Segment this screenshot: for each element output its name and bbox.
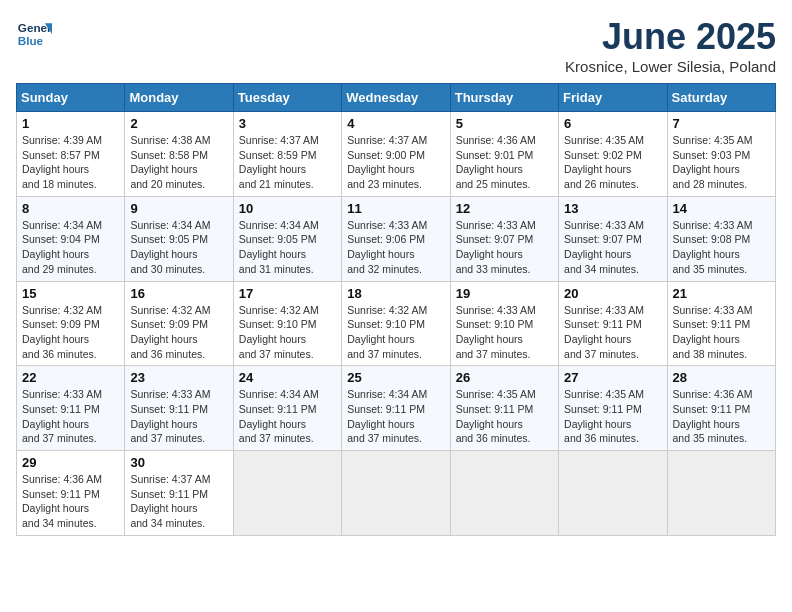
page-header: General Blue June 2025 Krosnice, Lower S… (16, 16, 776, 75)
location-title: Krosnice, Lower Silesia, Poland (565, 58, 776, 75)
day-number: 5 (456, 116, 553, 131)
calendar-cell: 21 Sunrise: 4:33 AM Sunset: 9:11 PM Dayl… (667, 281, 775, 366)
day-number: 14 (673, 201, 770, 216)
day-number: 15 (22, 286, 119, 301)
day-detail: Sunrise: 4:35 AM Sunset: 9:11 PM Dayligh… (456, 387, 553, 446)
day-number: 8 (22, 201, 119, 216)
day-number: 21 (673, 286, 770, 301)
title-block: June 2025 Krosnice, Lower Silesia, Polan… (565, 16, 776, 75)
day-detail: Sunrise: 4:39 AM Sunset: 8:57 PM Dayligh… (22, 133, 119, 192)
calendar-cell (233, 451, 341, 536)
day-number: 27 (564, 370, 661, 385)
weekday-header-saturday: Saturday (667, 84, 775, 112)
day-detail: Sunrise: 4:33 AM Sunset: 9:10 PM Dayligh… (456, 303, 553, 362)
calendar-cell: 5 Sunrise: 4:36 AM Sunset: 9:01 PM Dayli… (450, 112, 558, 197)
calendar-cell: 30 Sunrise: 4:37 AM Sunset: 9:11 PM Dayl… (125, 451, 233, 536)
weekday-header-sunday: Sunday (17, 84, 125, 112)
day-number: 28 (673, 370, 770, 385)
svg-text:General: General (18, 21, 52, 34)
day-number: 18 (347, 286, 444, 301)
calendar-cell: 9 Sunrise: 4:34 AM Sunset: 9:05 PM Dayli… (125, 196, 233, 281)
weekday-header-friday: Friday (559, 84, 667, 112)
day-detail: Sunrise: 4:34 AM Sunset: 9:11 PM Dayligh… (239, 387, 336, 446)
logo: General Blue (16, 16, 52, 52)
day-detail: Sunrise: 4:33 AM Sunset: 9:11 PM Dayligh… (564, 303, 661, 362)
day-number: 20 (564, 286, 661, 301)
day-detail: Sunrise: 4:35 AM Sunset: 9:02 PM Dayligh… (564, 133, 661, 192)
calendar-cell: 8 Sunrise: 4:34 AM Sunset: 9:04 PM Dayli… (17, 196, 125, 281)
day-number: 6 (564, 116, 661, 131)
calendar-cell (342, 451, 450, 536)
day-detail: Sunrise: 4:33 AM Sunset: 9:11 PM Dayligh… (130, 387, 227, 446)
day-detail: Sunrise: 4:32 AM Sunset: 9:10 PM Dayligh… (347, 303, 444, 362)
weekday-header-tuesday: Tuesday (233, 84, 341, 112)
calendar-week-row: 22 Sunrise: 4:33 AM Sunset: 9:11 PM Dayl… (17, 366, 776, 451)
day-detail: Sunrise: 4:33 AM Sunset: 9:11 PM Dayligh… (673, 303, 770, 362)
day-detail: Sunrise: 4:32 AM Sunset: 9:10 PM Dayligh… (239, 303, 336, 362)
calendar-cell: 4 Sunrise: 4:37 AM Sunset: 9:00 PM Dayli… (342, 112, 450, 197)
day-detail: Sunrise: 4:36 AM Sunset: 9:11 PM Dayligh… (22, 472, 119, 531)
calendar-cell: 12 Sunrise: 4:33 AM Sunset: 9:07 PM Dayl… (450, 196, 558, 281)
calendar-cell: 27 Sunrise: 4:35 AM Sunset: 9:11 PM Dayl… (559, 366, 667, 451)
calendar-cell: 20 Sunrise: 4:33 AM Sunset: 9:11 PM Dayl… (559, 281, 667, 366)
day-detail: Sunrise: 4:38 AM Sunset: 8:58 PM Dayligh… (130, 133, 227, 192)
calendar-cell: 6 Sunrise: 4:35 AM Sunset: 9:02 PM Dayli… (559, 112, 667, 197)
calendar-cell: 24 Sunrise: 4:34 AM Sunset: 9:11 PM Dayl… (233, 366, 341, 451)
calendar-week-row: 1 Sunrise: 4:39 AM Sunset: 8:57 PM Dayli… (17, 112, 776, 197)
day-detail: Sunrise: 4:37 AM Sunset: 9:00 PM Dayligh… (347, 133, 444, 192)
day-detail: Sunrise: 4:35 AM Sunset: 9:03 PM Dayligh… (673, 133, 770, 192)
day-number: 26 (456, 370, 553, 385)
calendar-cell (667, 451, 775, 536)
calendar-table: SundayMondayTuesdayWednesdayThursdayFrid… (16, 83, 776, 536)
calendar-cell: 25 Sunrise: 4:34 AM Sunset: 9:11 PM Dayl… (342, 366, 450, 451)
day-number: 3 (239, 116, 336, 131)
calendar-cell: 13 Sunrise: 4:33 AM Sunset: 9:07 PM Dayl… (559, 196, 667, 281)
day-detail: Sunrise: 4:33 AM Sunset: 9:06 PM Dayligh… (347, 218, 444, 277)
day-detail: Sunrise: 4:34 AM Sunset: 9:05 PM Dayligh… (130, 218, 227, 277)
day-detail: Sunrise: 4:35 AM Sunset: 9:11 PM Dayligh… (564, 387, 661, 446)
day-number: 17 (239, 286, 336, 301)
calendar-cell: 2 Sunrise: 4:38 AM Sunset: 8:58 PM Dayli… (125, 112, 233, 197)
day-detail: Sunrise: 4:32 AM Sunset: 9:09 PM Dayligh… (22, 303, 119, 362)
day-detail: Sunrise: 4:34 AM Sunset: 9:11 PM Dayligh… (347, 387, 444, 446)
day-detail: Sunrise: 4:34 AM Sunset: 9:04 PM Dayligh… (22, 218, 119, 277)
day-number: 11 (347, 201, 444, 216)
calendar-cell: 22 Sunrise: 4:33 AM Sunset: 9:11 PM Dayl… (17, 366, 125, 451)
logo-icon: General Blue (16, 16, 52, 52)
day-number: 29 (22, 455, 119, 470)
calendar-cell: 23 Sunrise: 4:33 AM Sunset: 9:11 PM Dayl… (125, 366, 233, 451)
weekday-header-monday: Monday (125, 84, 233, 112)
calendar-cell: 11 Sunrise: 4:33 AM Sunset: 9:06 PM Dayl… (342, 196, 450, 281)
day-detail: Sunrise: 4:33 AM Sunset: 9:11 PM Dayligh… (22, 387, 119, 446)
calendar-cell: 16 Sunrise: 4:32 AM Sunset: 9:09 PM Dayl… (125, 281, 233, 366)
day-number: 23 (130, 370, 227, 385)
weekday-header-thursday: Thursday (450, 84, 558, 112)
calendar-cell: 29 Sunrise: 4:36 AM Sunset: 9:11 PM Dayl… (17, 451, 125, 536)
day-number: 7 (673, 116, 770, 131)
day-detail: Sunrise: 4:37 AM Sunset: 9:11 PM Dayligh… (130, 472, 227, 531)
day-number: 4 (347, 116, 444, 131)
day-number: 12 (456, 201, 553, 216)
calendar-week-row: 8 Sunrise: 4:34 AM Sunset: 9:04 PM Dayli… (17, 196, 776, 281)
calendar-cell: 3 Sunrise: 4:37 AM Sunset: 8:59 PM Dayli… (233, 112, 341, 197)
day-number: 10 (239, 201, 336, 216)
calendar-cell (559, 451, 667, 536)
calendar-cell: 26 Sunrise: 4:35 AM Sunset: 9:11 PM Dayl… (450, 366, 558, 451)
day-number: 16 (130, 286, 227, 301)
month-title: June 2025 (565, 16, 776, 58)
day-detail: Sunrise: 4:34 AM Sunset: 9:05 PM Dayligh… (239, 218, 336, 277)
weekday-header-row: SundayMondayTuesdayWednesdayThursdayFrid… (17, 84, 776, 112)
calendar-cell: 10 Sunrise: 4:34 AM Sunset: 9:05 PM Dayl… (233, 196, 341, 281)
day-number: 13 (564, 201, 661, 216)
day-number: 25 (347, 370, 444, 385)
day-detail: Sunrise: 4:37 AM Sunset: 8:59 PM Dayligh… (239, 133, 336, 192)
calendar-week-row: 29 Sunrise: 4:36 AM Sunset: 9:11 PM Dayl… (17, 451, 776, 536)
day-number: 30 (130, 455, 227, 470)
calendar-cell (450, 451, 558, 536)
day-number: 1 (22, 116, 119, 131)
calendar-cell: 17 Sunrise: 4:32 AM Sunset: 9:10 PM Dayl… (233, 281, 341, 366)
day-number: 24 (239, 370, 336, 385)
calendar-week-row: 15 Sunrise: 4:32 AM Sunset: 9:09 PM Dayl… (17, 281, 776, 366)
weekday-header-wednesday: Wednesday (342, 84, 450, 112)
calendar-cell: 1 Sunrise: 4:39 AM Sunset: 8:57 PM Dayli… (17, 112, 125, 197)
